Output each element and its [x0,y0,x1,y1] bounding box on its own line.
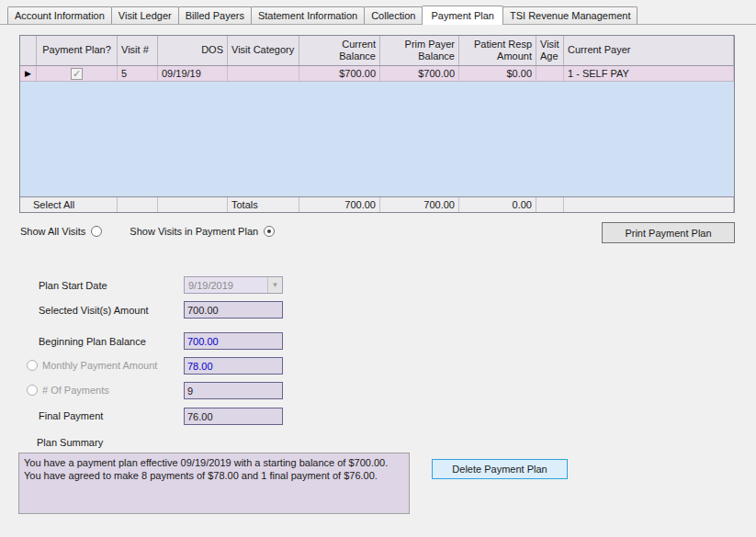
column-header-payment-plan[interactable]: Payment Plan? [37,36,118,65]
tab-account-information[interactable]: Account Information [7,6,112,24]
visit-number-cell: 5 [118,66,158,81]
show-visits-in-payment-plan-label: Show Visits in Payment Plan [130,226,258,237]
table-row[interactable]: ▶ ✓ 5 09/19/19 $700.00 $700.00 $0.00 1 -… [20,66,734,82]
num-of-payments-radio-icon[interactable] [27,385,38,396]
footer-visit-number-cell [118,197,158,212]
selected-visits-amount-field[interactable] [184,301,283,319]
final-payment-field[interactable] [184,408,283,425]
visit-filter-options: Show All Visits Show Visits in Payment P… [20,226,275,237]
selected-visits-amount-label: Selected Visit(s) Amount [39,305,149,316]
plan-summary-text: You have a payment plan effective 09/19/… [18,453,410,514]
footer-dos-cell [158,197,228,212]
tab-visit-ledger[interactable]: Visit Ledger [111,6,179,24]
column-header-visit-category[interactable]: Visit Category [228,36,299,65]
monthly-payment-amount-label: Monthly Payment Amount [42,360,157,371]
payment-plan-cell: ✓ [37,66,118,81]
grid-empty-area [20,82,734,196]
footer-current-balance-total: 700.00 [299,197,380,212]
footer-visit-age-cell [536,197,564,212]
select-all-button[interactable]: Select All [20,197,118,212]
plan-summary-label: Plan Summary [37,437,103,448]
footer-totals-label: Totals [228,197,299,212]
delete-payment-plan-button[interactable]: Delete Payment Plan [432,459,568,479]
current-payer-cell: 1 - SELF PAY [564,66,734,81]
row-selector-cell: ▶ [20,66,37,81]
show-all-visits-radio[interactable]: Show All Visits [20,226,102,237]
final-payment-label: Final Payment [39,410,103,421]
grid-footer-row: Select All Totals 700.00 700.00 0.00 [20,196,734,212]
tab-statement-information[interactable]: Statement Information [251,6,365,24]
column-header-visit-age[interactable]: Visit Age [536,36,564,65]
num-of-payments-field[interactable] [184,382,283,399]
show-visits-in-payment-plan-radio[interactable]: Show Visits in Payment Plan [130,226,275,237]
row-selector-arrow-icon: ▶ [25,70,31,78]
footer-patient-resp-total: 0.00 [459,197,536,212]
column-header-prim-payer-balance[interactable]: Prim Payer Balance [380,36,459,65]
beginning-plan-balance-field[interactable] [184,332,283,350]
beginning-plan-balance-label: Beginning Plan Balance [39,336,146,347]
tab-strip: Account Information Visit Ledger Billed … [0,6,756,25]
column-header-current-balance[interactable]: Current Balance [299,36,380,65]
patient-resp-amount-cell: $0.00 [459,66,536,81]
column-header-dos[interactable]: DOS [158,36,228,65]
tab-billed-payers[interactable]: Billed Payers [178,6,252,24]
show-all-visits-radio-icon [91,226,102,237]
monthly-payment-radio-icon[interactable] [27,360,38,371]
footer-current-payer-cell [564,197,734,212]
tab-tsi-revenue-management[interactable]: TSI Revenue Management [502,6,638,24]
payment-plan-checkbox[interactable]: ✓ [71,68,83,80]
column-header-patient-resp-amount[interactable]: Patient Resp Amount [459,36,536,65]
column-header-selector [20,36,37,65]
dos-cell: 09/19/19 [158,66,228,81]
current-balance-cell: $700.00 [299,66,380,81]
grid-header-row: Payment Plan? Visit # DOS Visit Category… [20,36,734,66]
show-visits-in-payment-plan-radio-icon [264,226,275,237]
calendar-dropdown-icon[interactable]: ▼ [267,277,282,293]
column-header-visit-number[interactable]: Visit # [118,36,158,65]
plan-start-date-label: Plan Start Date [39,280,107,291]
tab-payment-plan[interactable]: Payment Plan [422,6,502,25]
visit-category-cell [228,66,299,81]
show-all-visits-label: Show All Visits [20,226,85,237]
tab-collection[interactable]: Collection [364,6,423,24]
num-of-payments-label: # Of Payments [42,385,109,396]
footer-prim-payer-total: 700.00 [380,197,459,212]
visit-age-cell [536,66,564,81]
prim-payer-balance-cell: $700.00 [380,66,459,81]
visits-grid: Payment Plan? Visit # DOS Visit Category… [19,35,735,213]
plan-start-date-field[interactable]: 9/19/2019 ▼ [184,276,283,294]
monthly-payment-amount-field[interactable] [184,357,283,375]
column-header-current-payer[interactable]: Current Payer [564,36,734,65]
plan-start-date-value: 9/19/2019 [185,280,267,291]
print-payment-plan-button[interactable]: Print Payment Plan [602,222,735,243]
